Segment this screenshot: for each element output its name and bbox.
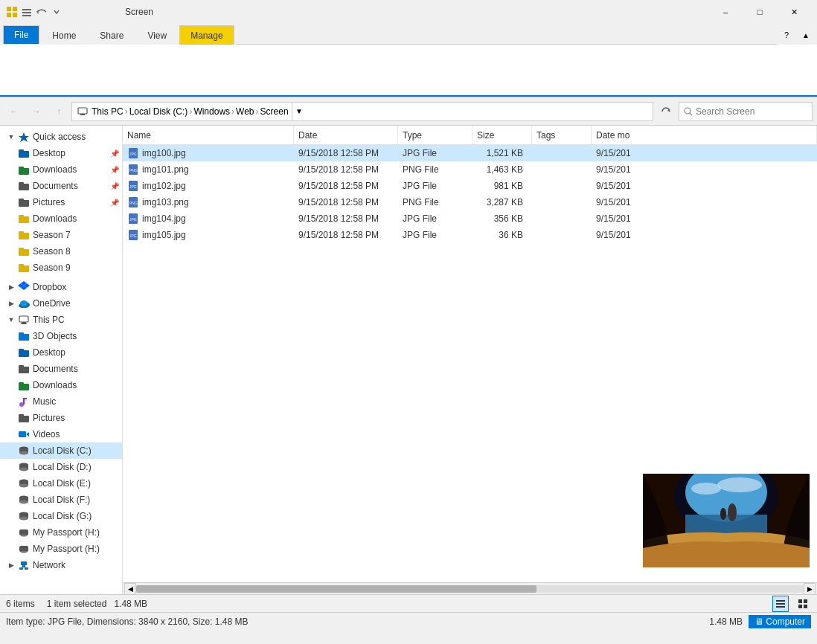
sidebar-passport-h1[interactable]: My Passport (H:) (0, 524, 122, 541)
computer-badge: 🖥 Computer (749, 615, 811, 628)
localdisk-f-label: Local Disk (F:) (33, 495, 90, 505)
localdisk-d-label: Local Disk (D:) (33, 462, 92, 472)
breadcrumb: This PC › Local Disk (C:) › Windows › We… (92, 106, 289, 117)
up-button[interactable]: ↑ (49, 102, 68, 121)
sidebar-downloads[interactable]: Downloads 📌 (0, 161, 122, 178)
tab-file[interactable]: File (3, 25, 39, 45)
details-view-button[interactable] (772, 596, 789, 612)
table-row[interactable]: PNG img101.png 9/15/2018 12:58 PM PNG Fi… (123, 161, 817, 178)
sidebar-music[interactable]: Music (0, 393, 122, 410)
tab-view[interactable]: View (136, 25, 178, 45)
scrollbar-thumb[interactable] (136, 585, 536, 593)
onedrive-label: OneDrive (33, 298, 71, 309)
window-title: Screen (125, 7, 153, 17)
tab-manage[interactable]: Manage (179, 25, 234, 45)
sidebar-season7[interactable]: Season 7 (0, 227, 122, 243)
search-box[interactable] (679, 102, 813, 121)
sidebar-documents[interactable]: Documents 📌 (0, 178, 122, 194)
large-icons-view-button[interactable] (795, 596, 811, 612)
ribbon-tabs: File Home Share View Manage ? ▲ (0, 24, 817, 45)
selected-text: 1 item selected (47, 599, 107, 609)
sidebar-quickaccess[interactable]: ▼ Quick access (0, 129, 122, 145)
breadcrumb-sep1: › (125, 106, 128, 117)
maximize-button[interactable]: □ (743, 0, 777, 24)
table-row[interactable]: JPG img104.jpg 9/15/2018 12:58 PM JPG Fi… (123, 210, 817, 227)
sidebar-localdisk-c[interactable]: Local Disk (C:) (0, 442, 122, 459)
svg-rect-23 (19, 231, 24, 234)
passport-icon (18, 527, 30, 538)
localdisk-e-icon (18, 477, 30, 489)
svg-rect-17 (19, 182, 24, 184)
breadcrumb-screen[interactable]: Screen (260, 106, 289, 117)
breadcrumb-disk[interactable]: Local Disk (C:) (129, 106, 188, 117)
sidebar-localdisk-g[interactable]: Local Disk (G:) (0, 508, 122, 524)
close-button[interactable]: ✕ (777, 0, 811, 24)
pin-icon2: 📌 (110, 166, 119, 174)
scrollbar-area[interactable]: ◀ ▶ (123, 582, 817, 594)
quickaccess-label: Quick access (33, 132, 86, 142)
scrollbar-track[interactable] (136, 585, 804, 593)
search-input[interactable] (696, 106, 807, 117)
breadcrumb-sep2: › (189, 106, 192, 117)
sidebar-desktop[interactable]: Desktop 📌 (0, 145, 122, 161)
sidebar-network[interactable]: ▶ Network (0, 557, 122, 573)
sidebar-downloads2[interactable]: Downloads (0, 210, 122, 227)
table-row[interactable]: JPG img102.jpg 9/15/2018 12:58 PM JPG Fi… (123, 178, 817, 194)
sidebar-passport-h2[interactable]: My Passport (H:) (0, 541, 122, 557)
back-button[interactable]: ← (4, 102, 24, 121)
col-datemod[interactable]: Date mo (592, 126, 817, 144)
downloads2-label: Downloads (33, 213, 77, 224)
jpg-icon3: JPG (127, 213, 139, 225)
folder-icon (18, 213, 30, 225)
col-type[interactable]: Type (398, 126, 472, 144)
breadcrumb-web[interactable]: Web (236, 106, 254, 117)
sidebar-dropbox[interactable]: ▶ Dropbox (0, 279, 122, 295)
sidebar-season9[interactable]: Season 9 (0, 260, 122, 276)
sidebar-3dobjects[interactable]: 3D Objects (0, 328, 122, 344)
sidebar-thispc-downloads[interactable]: Downloads (0, 377, 122, 393)
ribbon-expand-button[interactable]: ▲ (798, 27, 814, 43)
svg-text:JPG: JPG (129, 152, 137, 156)
help-button[interactable]: ? (778, 27, 795, 43)
table-row[interactable]: PNG img103.png 9/15/2018 12:58 PM PNG Fi… (123, 194, 817, 210)
svg-rect-15 (19, 167, 24, 169)
file-date: 9/15/2018 12:58 PM (294, 181, 398, 191)
scroll-right-button[interactable]: ▶ (804, 583, 816, 595)
window-controls[interactable]: – □ ✕ (708, 0, 811, 24)
table-row[interactable]: JPG img105.jpg 9/15/2018 12:58 PM JPG Fi… (123, 227, 817, 243)
refresh-button[interactable] (656, 102, 676, 121)
table-row[interactable]: JPG img100.jpg 9/15/2018 12:58 PM JPG Fi… (123, 145, 817, 161)
sidebar-onedrive[interactable]: ▶ OneDrive (0, 295, 122, 312)
tab-share[interactable]: Share (89, 25, 135, 45)
forward-button[interactable]: → (27, 102, 46, 121)
sidebar-thispc[interactable]: ▼ This PC (0, 312, 122, 328)
minimize-button[interactable]: – (708, 0, 743, 24)
address-dropdown[interactable]: ▼ (292, 102, 307, 121)
address-bar[interactable]: This PC › Local Disk (C:) › Windows › We… (71, 102, 653, 121)
svg-rect-18 (19, 200, 29, 207)
svg-rect-20 (19, 216, 29, 223)
sidebar-thispc-desktop[interactable]: Desktop (0, 344, 122, 361)
sidebar-season8[interactable]: Season 8 (0, 243, 122, 260)
breadcrumb-windows[interactable]: Windows (193, 106, 230, 117)
tab-home[interactable]: Home (41, 25, 87, 45)
sidebar-thispc-documents[interactable]: Documents (0, 361, 122, 377)
col-date[interactable]: Date (294, 126, 398, 144)
sidebar-localdisk-d[interactable]: Local Disk (D:) (0, 459, 122, 475)
scroll-left-button[interactable]: ◀ (124, 583, 136, 595)
preview-image (643, 474, 810, 567)
svg-rect-75 (19, 567, 23, 570)
sidebar-pictures[interactable]: Pictures 📌 (0, 194, 122, 210)
thispc-downloads-label: Downloads (33, 380, 77, 390)
col-size[interactable]: Size (472, 126, 532, 144)
sidebar-localdisk-f[interactable]: Local Disk (F:) (0, 492, 122, 508)
breadcrumb-thispc[interactable]: This PC (92, 106, 124, 117)
svg-rect-5 (22, 12, 31, 13)
sidebar-localdisk-e[interactable]: Local Disk (E:) (0, 475, 122, 492)
sidebar-videos[interactable]: Videos (0, 426, 122, 442)
sidebar-pictures2[interactable]: Pictures (0, 410, 122, 426)
title-bar: Screen – □ ✕ (0, 0, 817, 24)
breadcrumb-sep3: › (231, 106, 234, 117)
col-name[interactable]: Name (123, 126, 294, 144)
col-tags[interactable]: Tags (532, 126, 592, 144)
